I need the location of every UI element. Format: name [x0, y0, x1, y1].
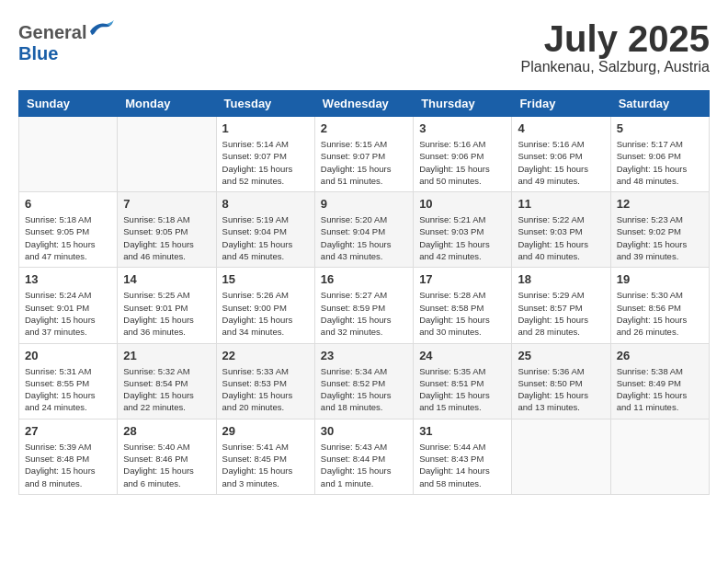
calendar-cell: [512, 419, 610, 494]
calendar-cell: 9Sunrise: 5:20 AM Sunset: 9:04 PM Daylig…: [314, 192, 413, 268]
logo: General Blue: [18, 18, 114, 64]
day-info: Sunrise: 5:44 AM Sunset: 8:43 PM Dayligh…: [419, 441, 506, 489]
day-info: Sunrise: 5:43 AM Sunset: 8:44 PM Dayligh…: [321, 441, 407, 489]
day-info: Sunrise: 5:20 AM Sunset: 9:04 PM Dayligh…: [321, 213, 407, 262]
calendar-cell: 20Sunrise: 5:31 AM Sunset: 8:55 PM Dayli…: [19, 343, 118, 419]
location: Plankenau, Salzburg, Austria: [521, 59, 710, 75]
calendar-cell: [19, 117, 118, 192]
logo-text: General: [18, 18, 114, 43]
calendar-cell: 18Sunrise: 5:29 AM Sunset: 8:57 PM Dayli…: [512, 268, 610, 343]
logo-general: General: [18, 22, 86, 42]
calendar-table: SundayMondayTuesdayWednesdayThursdayFrid…: [18, 90, 710, 495]
day-number: 9: [321, 197, 407, 211]
month-title: July 2025: [521, 18, 710, 59]
calendar-cell: 27Sunrise: 5:39 AM Sunset: 8:48 PM Dayli…: [19, 419, 118, 494]
day-number: 14: [123, 272, 210, 286]
day-info: Sunrise: 5:36 AM Sunset: 8:50 PM Dayligh…: [518, 365, 604, 414]
day-number: 27: [25, 424, 111, 438]
logo-blue: Blue: [18, 43, 58, 63]
logo-bird-icon: [88, 18, 114, 39]
calendar-header-saturday: Saturday: [610, 91, 709, 117]
calendar-cell: 26Sunrise: 5:38 AM Sunset: 8:49 PM Dayli…: [610, 343, 709, 419]
calendar-cell: 6Sunrise: 5:18 AM Sunset: 9:05 PM Daylig…: [19, 192, 118, 268]
day-info: Sunrise: 5:24 AM Sunset: 9:01 PM Dayligh…: [25, 289, 111, 338]
calendar-cell: 22Sunrise: 5:33 AM Sunset: 8:53 PM Dayli…: [216, 343, 314, 419]
day-number: 25: [518, 349, 604, 362]
day-number: 11: [518, 197, 604, 211]
day-number: 16: [321, 272, 407, 286]
day-info: Sunrise: 5:33 AM Sunset: 8:53 PM Dayligh…: [222, 365, 309, 414]
day-info: Sunrise: 5:22 AM Sunset: 9:03 PM Dayligh…: [518, 213, 604, 262]
calendar-cell: 3Sunrise: 5:16 AM Sunset: 9:06 PM Daylig…: [414, 117, 512, 192]
calendar-header-thursday: Thursday: [414, 91, 512, 117]
day-info: Sunrise: 5:35 AM Sunset: 8:51 PM Dayligh…: [419, 365, 506, 414]
day-info: Sunrise: 5:25 AM Sunset: 9:01 PM Dayligh…: [123, 289, 210, 338]
calendar-cell: 4Sunrise: 5:16 AM Sunset: 9:06 PM Daylig…: [512, 117, 610, 192]
day-info: Sunrise: 5:32 AM Sunset: 8:54 PM Dayligh…: [123, 365, 210, 414]
day-number: 28: [123, 424, 210, 438]
calendar-header-tuesday: Tuesday: [216, 91, 314, 117]
day-info: Sunrise: 5:16 AM Sunset: 9:06 PM Dayligh…: [419, 138, 506, 187]
day-number: 29: [222, 424, 309, 438]
day-number: 2: [321, 121, 407, 135]
calendar-cell: 7Sunrise: 5:18 AM Sunset: 9:05 PM Daylig…: [118, 192, 216, 268]
day-number: 6: [25, 197, 111, 211]
calendar-cell: 21Sunrise: 5:32 AM Sunset: 8:54 PM Dayli…: [118, 343, 216, 419]
day-number: 13: [25, 272, 111, 286]
calendar-cell: 23Sunrise: 5:34 AM Sunset: 8:52 PM Dayli…: [314, 343, 413, 419]
day-number: 23: [321, 349, 407, 362]
day-info: Sunrise: 5:39 AM Sunset: 8:48 PM Dayligh…: [25, 441, 111, 489]
day-info: Sunrise: 5:15 AM Sunset: 9:07 PM Dayligh…: [321, 138, 407, 187]
calendar-week-1: 1Sunrise: 5:14 AM Sunset: 9:07 PM Daylig…: [19, 117, 710, 192]
calendar-header-row: SundayMondayTuesdayWednesdayThursdayFrid…: [19, 91, 710, 117]
day-number: 8: [222, 197, 309, 211]
day-info: Sunrise: 5:14 AM Sunset: 9:07 PM Dayligh…: [222, 138, 309, 187]
calendar-week-3: 13Sunrise: 5:24 AM Sunset: 9:01 PM Dayli…: [19, 268, 710, 343]
calendar-cell: 15Sunrise: 5:26 AM Sunset: 9:00 PM Dayli…: [216, 268, 314, 343]
day-info: Sunrise: 5:16 AM Sunset: 9:06 PM Dayligh…: [518, 138, 604, 187]
calendar-cell: 8Sunrise: 5:19 AM Sunset: 9:04 PM Daylig…: [216, 192, 314, 268]
day-info: Sunrise: 5:40 AM Sunset: 8:46 PM Dayligh…: [123, 441, 210, 489]
day-number: 17: [419, 272, 506, 286]
day-number: 7: [123, 197, 210, 211]
day-info: Sunrise: 5:17 AM Sunset: 9:06 PM Dayligh…: [617, 138, 703, 187]
day-number: 1: [222, 121, 309, 135]
calendar-week-2: 6Sunrise: 5:18 AM Sunset: 9:05 PM Daylig…: [19, 192, 710, 268]
day-info: Sunrise: 5:30 AM Sunset: 8:56 PM Dayligh…: [617, 289, 703, 338]
day-number: 26: [617, 349, 703, 362]
day-info: Sunrise: 5:19 AM Sunset: 9:04 PM Dayligh…: [222, 213, 309, 262]
day-info: Sunrise: 5:27 AM Sunset: 8:59 PM Dayligh…: [321, 289, 407, 338]
day-number: 3: [419, 121, 506, 135]
day-info: Sunrise: 5:18 AM Sunset: 9:05 PM Dayligh…: [25, 213, 111, 262]
day-number: 31: [419, 424, 506, 438]
day-info: Sunrise: 5:31 AM Sunset: 8:55 PM Dayligh…: [25, 365, 111, 414]
calendar-cell: 31Sunrise: 5:44 AM Sunset: 8:43 PM Dayli…: [414, 419, 512, 494]
day-info: Sunrise: 5:23 AM Sunset: 9:02 PM Dayligh…: [617, 213, 703, 262]
calendar-cell: 29Sunrise: 5:41 AM Sunset: 8:45 PM Dayli…: [216, 419, 314, 494]
calendar-cell: 12Sunrise: 5:23 AM Sunset: 9:02 PM Dayli…: [610, 192, 709, 268]
day-number: 30: [321, 424, 407, 438]
calendar-cell: 2Sunrise: 5:15 AM Sunset: 9:07 PM Daylig…: [314, 117, 413, 192]
day-number: 20: [25, 349, 111, 362]
day-info: Sunrise: 5:41 AM Sunset: 8:45 PM Dayligh…: [222, 441, 309, 489]
day-number: 19: [617, 272, 703, 286]
day-number: 22: [222, 349, 309, 362]
calendar-week-5: 27Sunrise: 5:39 AM Sunset: 8:48 PM Dayli…: [19, 419, 710, 494]
calendar-header-wednesday: Wednesday: [314, 91, 413, 117]
page-header: General Blue July 2025 Plankenau, Salzbu…: [18, 18, 710, 75]
calendar-cell: 10Sunrise: 5:21 AM Sunset: 9:03 PM Dayli…: [414, 192, 512, 268]
calendar-cell: [118, 117, 216, 192]
day-info: Sunrise: 5:26 AM Sunset: 9:00 PM Dayligh…: [222, 289, 309, 338]
calendar-cell: [610, 419, 709, 494]
calendar-cell: 30Sunrise: 5:43 AM Sunset: 8:44 PM Dayli…: [314, 419, 413, 494]
day-info: Sunrise: 5:29 AM Sunset: 8:57 PM Dayligh…: [518, 289, 604, 338]
day-info: Sunrise: 5:34 AM Sunset: 8:52 PM Dayligh…: [321, 365, 407, 414]
calendar-cell: 13Sunrise: 5:24 AM Sunset: 9:01 PM Dayli…: [19, 268, 118, 343]
calendar-cell: 16Sunrise: 5:27 AM Sunset: 8:59 PM Dayli…: [314, 268, 413, 343]
day-info: Sunrise: 5:38 AM Sunset: 8:49 PM Dayligh…: [617, 365, 703, 414]
day-number: 4: [518, 121, 604, 135]
day-number: 18: [518, 272, 604, 286]
calendar-cell: 1Sunrise: 5:14 AM Sunset: 9:07 PM Daylig…: [216, 117, 314, 192]
calendar-cell: 17Sunrise: 5:28 AM Sunset: 8:58 PM Dayli…: [414, 268, 512, 343]
day-number: 10: [419, 197, 506, 211]
